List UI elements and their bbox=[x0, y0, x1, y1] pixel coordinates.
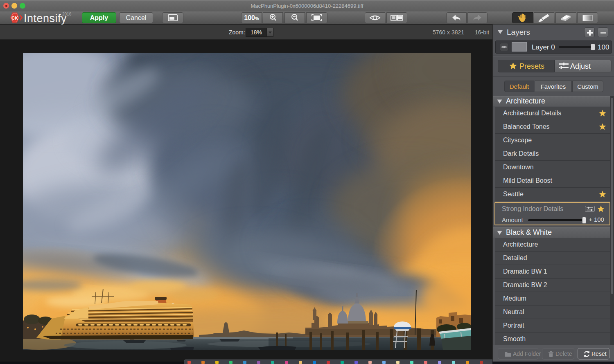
svg-text:CK: CK bbox=[11, 16, 18, 20]
